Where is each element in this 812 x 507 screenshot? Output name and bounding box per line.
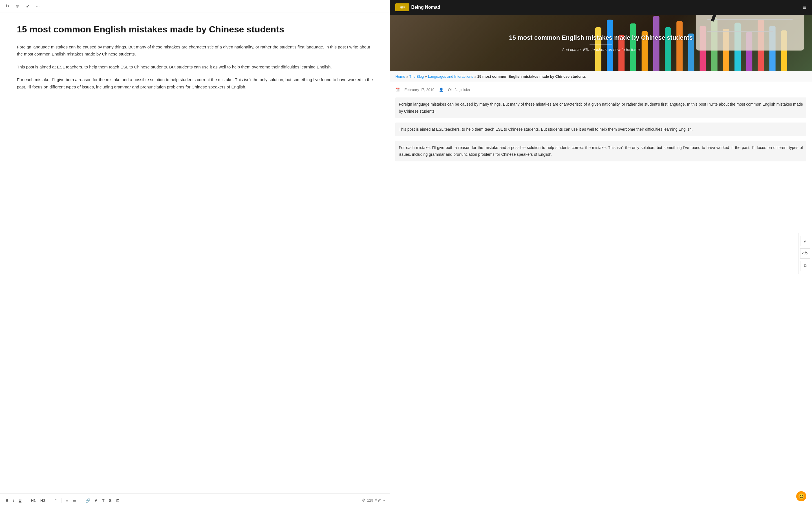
- toolbar-separator-4: [81, 498, 81, 503]
- browser-panel: 被N Being Nomad ≡: [390, 0, 812, 507]
- toolbar-separator-3: [61, 498, 61, 503]
- site-header: 被N Being Nomad ≡: [390, 0, 812, 15]
- article-body: 📅 February 17, 2019 👤 Ola Jagielska Fore…: [390, 82, 812, 172]
- logo-badge: 被N: [395, 3, 409, 11]
- link-button[interactable]: 🔗: [84, 498, 91, 503]
- hero-divider: [590, 45, 612, 45]
- list-ordered-button[interactable]: ≡: [65, 498, 69, 503]
- breadcrumb-sep-2: »: [425, 74, 428, 78]
- more-icon[interactable]: ···: [35, 3, 41, 9]
- hero-title: 15 most common English mistakes made by …: [509, 34, 693, 42]
- article-paragraph-1: Foreign language mistakes can be caused …: [395, 98, 806, 118]
- breadcrumb-sep-1: »: [406, 74, 409, 78]
- author-icon: 👤: [439, 88, 444, 92]
- image-button[interactable]: ⊡: [115, 498, 121, 503]
- calendar-icon: 📅: [395, 88, 400, 92]
- code-icon-button[interactable]: </>: [800, 248, 810, 259]
- breadcrumb-current: 15 most common English mistakes made by …: [477, 74, 586, 78]
- list-unordered-button[interactable]: ≣: [71, 498, 77, 503]
- editor-toolbar-top: ↻ ⎋ ⤢ ···: [0, 0, 390, 12]
- check-icon-button[interactable]: ✓: [800, 236, 810, 246]
- breadcrumb-blog[interactable]: The Blog: [409, 74, 424, 78]
- toolbar-separator-1: [26, 498, 26, 503]
- emoji-button[interactable]: 😊: [796, 491, 806, 501]
- dropdown-icon[interactable]: ▾: [383, 498, 385, 503]
- breadcrumb-bar: Home » The Blog » Languages and Interact…: [390, 71, 812, 82]
- editor-paragraph-2: This post is aimed at ESL teachers, to h…: [17, 63, 373, 71]
- heading2-button[interactable]: H2: [39, 498, 47, 503]
- strikethrough-button[interactable]: S: [108, 498, 112, 503]
- article-author: Ola Jagielska: [448, 88, 470, 92]
- text-color-button[interactable]: A: [94, 498, 99, 503]
- hero-text: 15 most common English mistakes made by …: [503, 28, 698, 58]
- quote-button[interactable]: ": [54, 498, 58, 503]
- expand-icon[interactable]: ⤢: [25, 3, 31, 9]
- breadcrumb-category[interactable]: Languages and Interactions: [428, 74, 473, 78]
- italic-button[interactable]: I: [12, 498, 15, 503]
- clock-icon: ⏱: [362, 498, 365, 503]
- hero-section: 15 most common English mistakes made by …: [390, 15, 812, 71]
- share-icon[interactable]: ⎋: [15, 3, 20, 9]
- article-meta: 📅 February 17, 2019 👤 Ola Jagielska: [395, 88, 806, 92]
- editor-content[interactable]: 15 most common English mistakes made by …: [0, 12, 390, 494]
- logo-text: Being Nomad: [411, 5, 440, 10]
- site-logo: 被N Being Nomad: [395, 3, 440, 11]
- heading1-button[interactable]: H1: [30, 498, 37, 503]
- toolbar-separator-2: [50, 498, 50, 503]
- word-count-value: 129 单词: [367, 498, 382, 503]
- font-button[interactable]: T: [101, 498, 106, 503]
- bold-button[interactable]: B: [4, 498, 10, 503]
- hero-subtitle: And tips for ESL teachers on how to fix …: [509, 47, 693, 52]
- editor-panel: ↻ ⎋ ⤢ ··· 15 most common English mistake…: [0, 0, 390, 507]
- layers-icon-button[interactable]: ⧉: [800, 261, 810, 271]
- refresh-icon[interactable]: ↻: [4, 3, 10, 9]
- article-paragraph-3: For each mistake, I'll give both a reaso…: [395, 141, 806, 161]
- breadcrumb: Home » The Blog » Languages and Interact…: [395, 74, 586, 78]
- side-icons-panel: ✓ </> ⧉: [798, 233, 812, 274]
- word-count: ⏱ 129 单词 ▾: [362, 498, 385, 503]
- editor-toolbar-bottom: B I U H1 H2 " ≡ ≣ 🔗 A T S ⊡ ⏱ 129 单词 ▾: [0, 494, 390, 507]
- editor-paragraph-3: For each mistake, I'll give both a reaso…: [17, 76, 373, 91]
- editor-title: 15 most common English mistakes made by …: [17, 24, 373, 36]
- underline-button[interactable]: U: [17, 498, 22, 503]
- breadcrumb-home[interactable]: Home: [395, 74, 405, 78]
- browser-content[interactable]: 被N Being Nomad ≡: [390, 0, 812, 507]
- article-paragraph-2: This post is aimed at ESL teachers, to h…: [395, 122, 806, 136]
- breadcrumb-sep-3: »: [474, 74, 477, 78]
- article-date: February 17, 2019: [404, 88, 434, 92]
- editor-paragraph-1: Foreign language mistakes can be caused …: [17, 43, 373, 58]
- hamburger-menu[interactable]: ≡: [803, 4, 806, 11]
